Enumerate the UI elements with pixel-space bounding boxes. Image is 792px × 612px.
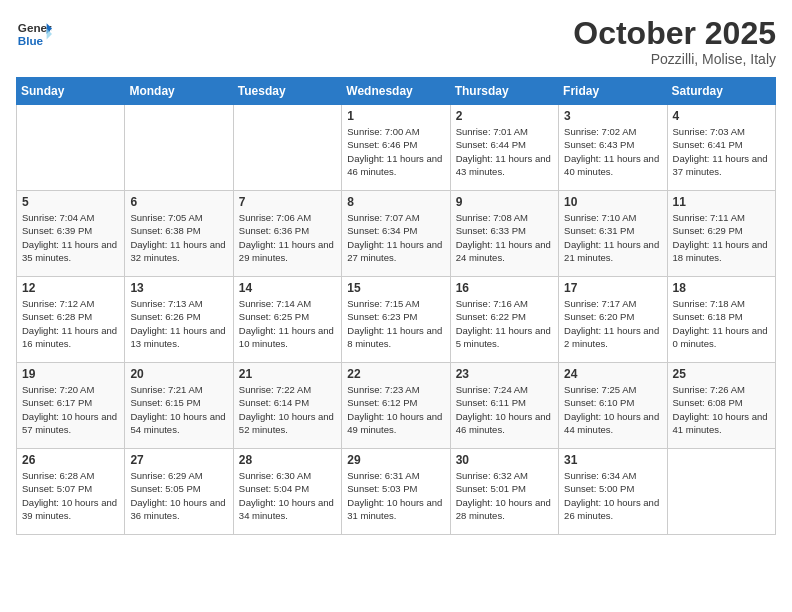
- calendar-day: [233, 105, 341, 191]
- day-info: Sunrise: 7:03 AM Sunset: 6:41 PM Dayligh…: [673, 125, 770, 178]
- calendar-day: 25Sunrise: 7:26 AM Sunset: 6:08 PM Dayli…: [667, 363, 775, 449]
- calendar-day: [667, 449, 775, 535]
- day-info: Sunrise: 7:18 AM Sunset: 6:18 PM Dayligh…: [673, 297, 770, 350]
- calendar-day: 3Sunrise: 7:02 AM Sunset: 6:43 PM Daylig…: [559, 105, 667, 191]
- day-number: 2: [456, 109, 553, 123]
- day-number: 20: [130, 367, 227, 381]
- month-title: October 2025: [573, 16, 776, 51]
- day-number: 15: [347, 281, 444, 295]
- day-number: 23: [456, 367, 553, 381]
- calendar-day: 27Sunrise: 6:29 AM Sunset: 5:05 PM Dayli…: [125, 449, 233, 535]
- day-info: Sunrise: 7:23 AM Sunset: 6:12 PM Dayligh…: [347, 383, 444, 436]
- calendar-day: 6Sunrise: 7:05 AM Sunset: 6:38 PM Daylig…: [125, 191, 233, 277]
- day-number: 31: [564, 453, 661, 467]
- day-number: 6: [130, 195, 227, 209]
- calendar-day: [125, 105, 233, 191]
- day-number: 30: [456, 453, 553, 467]
- day-number: 13: [130, 281, 227, 295]
- day-number: 24: [564, 367, 661, 381]
- calendar-day: 15Sunrise: 7:15 AM Sunset: 6:23 PM Dayli…: [342, 277, 450, 363]
- day-info: Sunrise: 7:07 AM Sunset: 6:34 PM Dayligh…: [347, 211, 444, 264]
- calendar-day: 12Sunrise: 7:12 AM Sunset: 6:28 PM Dayli…: [17, 277, 125, 363]
- calendar-day: 2Sunrise: 7:01 AM Sunset: 6:44 PM Daylig…: [450, 105, 558, 191]
- day-info: Sunrise: 6:29 AM Sunset: 5:05 PM Dayligh…: [130, 469, 227, 522]
- day-info: Sunrise: 7:12 AM Sunset: 6:28 PM Dayligh…: [22, 297, 119, 350]
- calendar-day: 22Sunrise: 7:23 AM Sunset: 6:12 PM Dayli…: [342, 363, 450, 449]
- day-info: Sunrise: 7:15 AM Sunset: 6:23 PM Dayligh…: [347, 297, 444, 350]
- day-info: Sunrise: 7:14 AM Sunset: 6:25 PM Dayligh…: [239, 297, 336, 350]
- day-number: 29: [347, 453, 444, 467]
- day-number: 5: [22, 195, 119, 209]
- col-sunday: Sunday: [17, 78, 125, 105]
- day-info: Sunrise: 7:08 AM Sunset: 6:33 PM Dayligh…: [456, 211, 553, 264]
- col-saturday: Saturday: [667, 78, 775, 105]
- calendar-day: [17, 105, 125, 191]
- day-info: Sunrise: 6:31 AM Sunset: 5:03 PM Dayligh…: [347, 469, 444, 522]
- col-wednesday: Wednesday: [342, 78, 450, 105]
- calendar-day: 7Sunrise: 7:06 AM Sunset: 6:36 PM Daylig…: [233, 191, 341, 277]
- day-number: 7: [239, 195, 336, 209]
- day-info: Sunrise: 6:34 AM Sunset: 5:00 PM Dayligh…: [564, 469, 661, 522]
- day-number: 14: [239, 281, 336, 295]
- day-number: 21: [239, 367, 336, 381]
- calendar-day: 5Sunrise: 7:04 AM Sunset: 6:39 PM Daylig…: [17, 191, 125, 277]
- calendar-week-5: 26Sunrise: 6:28 AM Sunset: 5:07 PM Dayli…: [17, 449, 776, 535]
- calendar-day: 8Sunrise: 7:07 AM Sunset: 6:34 PM Daylig…: [342, 191, 450, 277]
- calendar-day: 31Sunrise: 6:34 AM Sunset: 5:00 PM Dayli…: [559, 449, 667, 535]
- day-number: 16: [456, 281, 553, 295]
- header-row: Sunday Monday Tuesday Wednesday Thursday…: [17, 78, 776, 105]
- day-info: Sunrise: 7:02 AM Sunset: 6:43 PM Dayligh…: [564, 125, 661, 178]
- day-number: 4: [673, 109, 770, 123]
- col-monday: Monday: [125, 78, 233, 105]
- day-number: 17: [564, 281, 661, 295]
- day-number: 27: [130, 453, 227, 467]
- day-info: Sunrise: 7:26 AM Sunset: 6:08 PM Dayligh…: [673, 383, 770, 436]
- day-info: Sunrise: 7:01 AM Sunset: 6:44 PM Dayligh…: [456, 125, 553, 178]
- calendar-day: 9Sunrise: 7:08 AM Sunset: 6:33 PM Daylig…: [450, 191, 558, 277]
- day-info: Sunrise: 7:06 AM Sunset: 6:36 PM Dayligh…: [239, 211, 336, 264]
- calendar-day: 20Sunrise: 7:21 AM Sunset: 6:15 PM Dayli…: [125, 363, 233, 449]
- page-container: General Blue October 2025 Pozzilli, Moli…: [0, 0, 792, 545]
- svg-text:Blue: Blue: [18, 34, 44, 47]
- day-info: Sunrise: 7:17 AM Sunset: 6:20 PM Dayligh…: [564, 297, 661, 350]
- calendar-day: 30Sunrise: 6:32 AM Sunset: 5:01 PM Dayli…: [450, 449, 558, 535]
- calendar-day: 4Sunrise: 7:03 AM Sunset: 6:41 PM Daylig…: [667, 105, 775, 191]
- day-number: 18: [673, 281, 770, 295]
- calendar-week-1: 1Sunrise: 7:00 AM Sunset: 6:46 PM Daylig…: [17, 105, 776, 191]
- calendar-day: 21Sunrise: 7:22 AM Sunset: 6:14 PM Dayli…: [233, 363, 341, 449]
- col-thursday: Thursday: [450, 78, 558, 105]
- calendar-week-4: 19Sunrise: 7:20 AM Sunset: 6:17 PM Dayli…: [17, 363, 776, 449]
- day-number: 28: [239, 453, 336, 467]
- title-block: October 2025 Pozzilli, Molise, Italy: [573, 16, 776, 67]
- day-number: 25: [673, 367, 770, 381]
- day-info: Sunrise: 7:04 AM Sunset: 6:39 PM Dayligh…: [22, 211, 119, 264]
- day-info: Sunrise: 6:30 AM Sunset: 5:04 PM Dayligh…: [239, 469, 336, 522]
- calendar-day: 28Sunrise: 6:30 AM Sunset: 5:04 PM Dayli…: [233, 449, 341, 535]
- location: Pozzilli, Molise, Italy: [573, 51, 776, 67]
- col-tuesday: Tuesday: [233, 78, 341, 105]
- calendar-week-3: 12Sunrise: 7:12 AM Sunset: 6:28 PM Dayli…: [17, 277, 776, 363]
- day-info: Sunrise: 7:10 AM Sunset: 6:31 PM Dayligh…: [564, 211, 661, 264]
- calendar-day: 19Sunrise: 7:20 AM Sunset: 6:17 PM Dayli…: [17, 363, 125, 449]
- day-number: 26: [22, 453, 119, 467]
- day-number: 22: [347, 367, 444, 381]
- calendar-week-2: 5Sunrise: 7:04 AM Sunset: 6:39 PM Daylig…: [17, 191, 776, 277]
- day-number: 11: [673, 195, 770, 209]
- calendar-day: 29Sunrise: 6:31 AM Sunset: 5:03 PM Dayli…: [342, 449, 450, 535]
- day-info: Sunrise: 6:28 AM Sunset: 5:07 PM Dayligh…: [22, 469, 119, 522]
- day-number: 1: [347, 109, 444, 123]
- day-info: Sunrise: 7:20 AM Sunset: 6:17 PM Dayligh…: [22, 383, 119, 436]
- day-number: 10: [564, 195, 661, 209]
- day-number: 8: [347, 195, 444, 209]
- day-info: Sunrise: 7:13 AM Sunset: 6:26 PM Dayligh…: [130, 297, 227, 350]
- calendar-day: 11Sunrise: 7:11 AM Sunset: 6:29 PM Dayli…: [667, 191, 775, 277]
- day-info: Sunrise: 7:00 AM Sunset: 6:46 PM Dayligh…: [347, 125, 444, 178]
- calendar-day: 26Sunrise: 6:28 AM Sunset: 5:07 PM Dayli…: [17, 449, 125, 535]
- day-number: 3: [564, 109, 661, 123]
- calendar-day: 10Sunrise: 7:10 AM Sunset: 6:31 PM Dayli…: [559, 191, 667, 277]
- day-number: 19: [22, 367, 119, 381]
- day-info: Sunrise: 7:16 AM Sunset: 6:22 PM Dayligh…: [456, 297, 553, 350]
- calendar-day: 24Sunrise: 7:25 AM Sunset: 6:10 PM Dayli…: [559, 363, 667, 449]
- calendar-day: 23Sunrise: 7:24 AM Sunset: 6:11 PM Dayli…: [450, 363, 558, 449]
- calendar-day: 16Sunrise: 7:16 AM Sunset: 6:22 PM Dayli…: [450, 277, 558, 363]
